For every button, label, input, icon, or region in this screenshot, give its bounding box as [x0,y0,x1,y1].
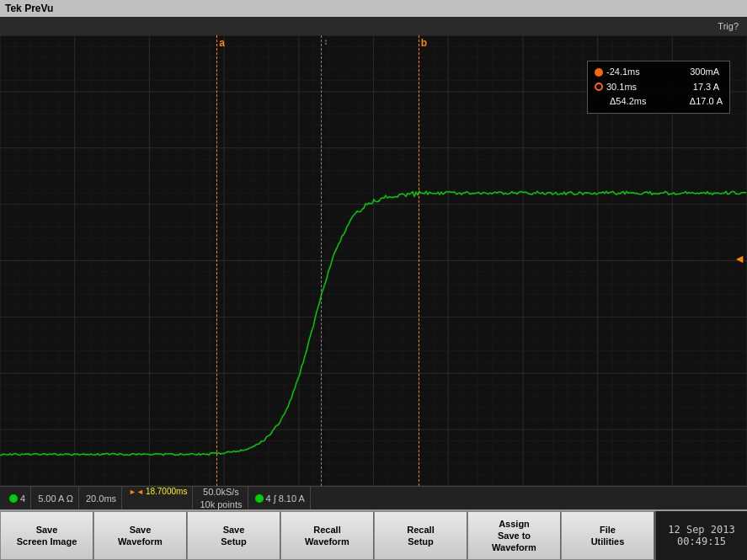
time-div-item: 20.0ms [81,487,122,509]
ch-scale-label: 5.00 A Ω [38,493,73,504]
datetime-display: 12 Sep 2013 00:49:15 [654,511,747,560]
cursor-arrow-row: ►◄ 18.7000ms [129,487,187,496]
cursor-a-time: -24.1ms [606,65,665,80]
meas-row-b: 30.1ms 17.3 A [595,80,723,95]
ch4-waveform-dot [255,494,264,503]
time-label: 00:49:15 [677,536,726,547]
recall-setup-button[interactable]: Recall Setup [374,511,467,560]
wave-symbol: ∫ [274,493,276,504]
cursor-b-dot [595,83,603,91]
save-waveform-button[interactable]: Save Waveform [93,511,187,560]
save-screen-image-button[interactable]: Save Screen Image [0,511,93,560]
cursor-b-label: b [421,37,427,49]
meas-row-delta: Δ54.2ms Δ17.0 A [595,94,723,109]
sample-rate-label: 50.0kS/s [203,487,239,497]
brand-label: Tek [5,3,22,14]
cursor-a-label: a [219,37,225,49]
cursor-arrow-icon: ►◄ [129,488,144,496]
cursor-time-item: ►◄ 18.7000ms [124,487,193,509]
assign-to-waveform-button[interactable]: Assign Save to Waveform [467,511,561,560]
trig-label: Trig? [718,21,739,31]
ch-scale-item: 5.00 A Ω [33,487,79,509]
recall-waveform-button[interactable]: Recall Waveform [280,511,374,560]
channel4-label: 4 [20,493,25,504]
delta-time: Δ54.2ms [610,94,669,109]
sample-rate-item: 50.0kS/s 10k points [195,487,248,509]
right-arrow-indicator: ◄ [734,252,745,265]
cursor-center-label: ↕ [323,37,328,46]
button-bar: Save Screen Image Save Waveform Save Set… [0,509,747,560]
ch-value: 8.10 A [279,493,305,504]
delta-value: Δ17.0 A [672,94,723,109]
cursor-a-dot [595,68,603,77]
cursor-center-line: ↕ [321,35,323,486]
cursor-b-value: 17.3 A [669,80,719,95]
cursor-b-time: 30.1ms [606,80,665,95]
cursor-b-line: b [419,35,420,486]
ch4-waveform-label: 4 [266,493,271,504]
cursor-a-line: a [216,35,218,486]
ch4-waveform-item: 4 ∫ 8.10 A [250,487,311,509]
app-name-label: PreVu [24,3,53,14]
top-status-bar: Trig? [0,17,747,35]
cursor-time-value: 18.7000ms [146,487,187,496]
ch4-dot [9,494,18,503]
bottom-status-strip: 4 5.00 A Ω 20.0ms ►◄ 18.7000ms 50.0kS/s … [0,486,747,509]
oscilloscope-area: Trig? a b ↕ ◄ -24.1ms 300mA [0,17,747,560]
title-bar: Tek PreVu [0,0,747,17]
cursor-a-value: 300mA [669,65,719,80]
points-label: 10k points [200,499,242,509]
meas-row-a: -24.1ms 300mA [595,65,723,80]
date-label: 12 Sep 2013 [668,524,734,536]
channel4-indicator: 4 [4,487,31,509]
file-utilities-button[interactable]: File Utilities [561,511,654,560]
waveform-display: a b ↕ ◄ -24.1ms 300mA 30.1ms 17.3 A [0,35,747,486]
time-div-label: 20.0ms [86,493,116,504]
save-setup-button[interactable]: Save Setup [187,511,280,560]
measurement-box: -24.1ms 300mA 30.1ms 17.3 A Δ54.2ms Δ17.… [587,61,730,114]
